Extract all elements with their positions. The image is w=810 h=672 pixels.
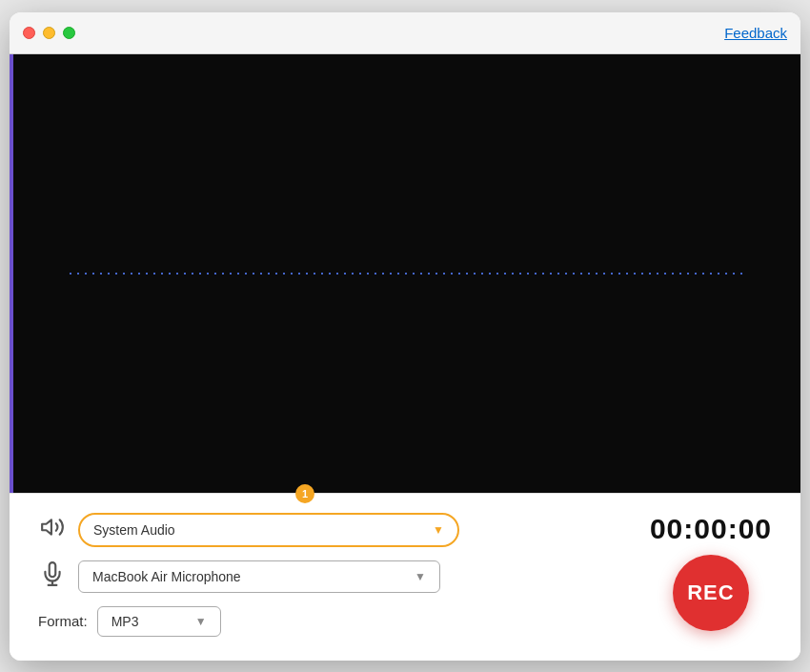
format-row: Format: MP3 ▼: [38, 606, 631, 637]
feedback-link[interactable]: Feedback: [724, 25, 787, 41]
traffic-lights: [23, 27, 75, 39]
format-dropdown-value: MP3: [111, 614, 139, 629]
mic-icon: [38, 561, 67, 592]
controls-right: 00:00:00 REC: [650, 513, 772, 631]
audio-badge: 1: [295, 484, 314, 503]
video-area: [10, 54, 800, 493]
audio-dropdown-arrow: ▼: [433, 523, 444, 537]
speaker-icon: [38, 515, 67, 545]
titlebar: Feedback: [10, 12, 800, 54]
audio-dropdown-value: System Audio: [93, 522, 175, 538]
maximize-button[interactable]: [63, 27, 75, 39]
svg-marker-0: [42, 519, 51, 534]
format-dropdown[interactable]: MP3 ▼: [97, 606, 221, 637]
mic-row: MacBook Air Microphone ▼: [38, 560, 631, 593]
mic-dropdown-arrow: ▼: [415, 570, 426, 583]
controls-bar: 1 System Audio ▼: [10, 493, 800, 661]
app-window: Feedback 1 System Audio ▼: [10, 12, 800, 661]
rec-button[interactable]: REC: [673, 555, 749, 631]
format-dropdown-arrow: ▼: [195, 615, 207, 628]
mic-dropdown-value: MacBook Air Microphone: [92, 569, 241, 584]
minimize-button[interactable]: [43, 27, 55, 39]
audio-dropdown[interactable]: System Audio ▼: [78, 513, 459, 547]
close-button[interactable]: [23, 27, 35, 39]
left-accent: [10, 54, 13, 493]
controls-left: System Audio ▼ MacBook Air Microphone: [38, 513, 631, 637]
audio-row: System Audio ▼: [38, 513, 631, 547]
mic-dropdown[interactable]: MacBook Air Microphone ▼: [78, 560, 440, 593]
timer-display: 00:00:00: [650, 513, 772, 545]
format-label: Format:: [38, 613, 88, 629]
waveform-line: [67, 273, 743, 275]
